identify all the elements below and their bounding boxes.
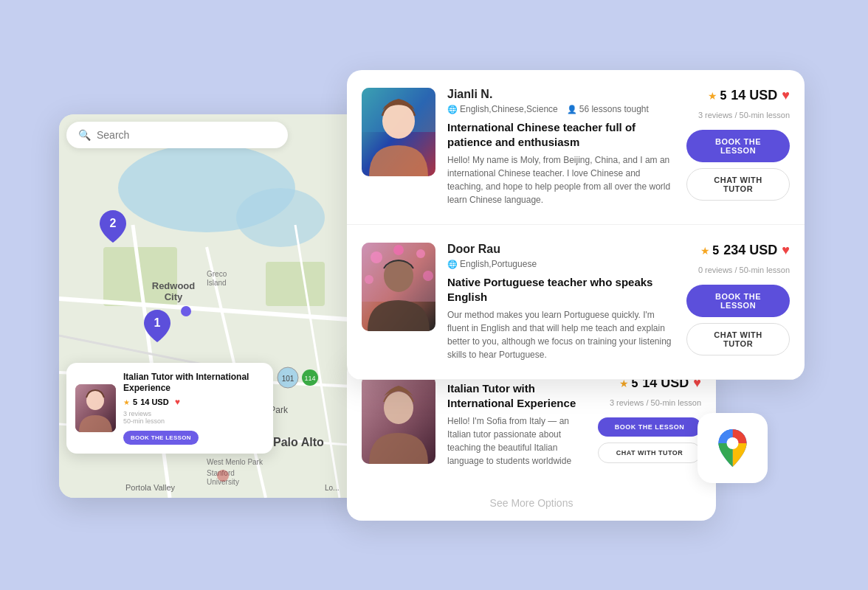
- map-pin-dot: [181, 306, 191, 316]
- svg-point-27: [217, 470, 229, 482]
- map-pin-2[interactable]: 2: [100, 210, 126, 243]
- tutor-name-2: Door Rau: [447, 243, 675, 256]
- maps-logo-box: [698, 413, 768, 483]
- search-icon: 🔍: [78, 129, 91, 141]
- tutor-actions-1: ★ 5 14 USD ♥ 3 reviews / 50-min lesson B…: [686, 88, 790, 201]
- star-icon-1: ★: [708, 90, 717, 102]
- book-button-2[interactable]: BOOK THE LESSON: [686, 285, 790, 317]
- rating-num-1: 5: [720, 89, 726, 103]
- tutor-actions-3: ★ 5 14 USD ♥ 3 reviews / 50-min lesson B…: [598, 375, 701, 463]
- svg-point-37: [371, 251, 382, 263]
- rating-num-2: 5: [712, 244, 719, 257]
- tutor-entry-2: Door Rau English,Portuguese Native Portu…: [347, 225, 805, 380]
- tutor-subjects-2: English,Portuguese: [447, 259, 537, 269]
- price-value: 14 USD: [140, 398, 169, 406]
- search-input[interactable]: [97, 129, 276, 141]
- svg-text:Palo Alto: Palo Alto: [273, 436, 324, 448]
- star-icon: ★: [123, 398, 130, 406]
- tutor-info-2: Door Rau English,Portuguese Native Portu…: [447, 243, 675, 361]
- tutor-name-1: Jianli N.: [447, 88, 675, 101]
- globe-icon-1: [447, 104, 458, 114]
- tutor-actions-2: ★ 5 234 USD ♥ 0 reviews / 50-min lesson …: [686, 243, 790, 355]
- tutor-avatar-3: [362, 375, 435, 464]
- tutor-desc-3: Hello! I'm Sofia from Italy — an Italian…: [447, 414, 586, 468]
- bottom-tutor-card: Italian Tutor with International Experie…: [347, 358, 716, 521]
- star-icon-2: ★: [700, 245, 710, 257]
- svg-text:City: City: [165, 291, 183, 302]
- tutor-tagline-1: International Chinese teacher full of pa…: [447, 120, 675, 149]
- svg-point-2: [236, 188, 325, 247]
- person-icon-1: [567, 104, 577, 114]
- svg-point-45: [727, 437, 739, 449]
- svg-point-38: [416, 249, 425, 258]
- rating-price-1: ★ 5 14 USD ♥: [708, 88, 790, 103]
- svg-point-39: [393, 245, 404, 255]
- tutor-info-1: Jianli N. English,Chinese,Science 56 les…: [447, 88, 675, 206]
- tutor-avatar-2: [362, 243, 435, 331]
- heart-icon: ♥: [175, 397, 180, 407]
- search-bar[interactable]: 🔍: [66, 122, 288, 148]
- tutor-desc-1: Hello! My name is Moly, from Beijing, Ch…: [447, 153, 675, 206]
- heart-button-1[interactable]: ♥: [782, 88, 790, 103]
- main-tutor-card: Jianli N. English,Chinese,Science 56 les…: [347, 70, 805, 380]
- svg-text:West Menlo Park: West Menlo Park: [207, 458, 264, 466]
- svg-point-41: [423, 271, 433, 281]
- tutor-lessons-1: 56 lessons tought: [567, 104, 649, 114]
- price-1: 14 USD: [731, 88, 777, 103]
- reviews-info-2: 0 reviews / 50-min lesson: [698, 266, 790, 274]
- reviews-info-1: 3 reviews / 50-min lesson: [698, 111, 790, 119]
- svg-text:2: 2: [110, 217, 117, 229]
- map-card-name: Italian Tutor with International Experie…: [123, 372, 264, 395]
- tutor-entry-1: Jianli N. English,Chinese,Science 56 les…: [347, 70, 805, 225]
- maps-logo: [712, 428, 753, 468]
- rating-price-2: ★ 5 234 USD ♥: [700, 243, 790, 258]
- map-card-rating: ★ 5 14 USD ♥: [123, 397, 264, 407]
- svg-point-44: [384, 392, 413, 424]
- tutor-tagline-2: Native Portuguese teacher who speaks Eng…: [447, 275, 675, 304]
- svg-text:Redwood: Redwood: [152, 280, 196, 291]
- svg-text:Island: Island: [207, 279, 227, 287]
- tutor-meta-2: English,Portuguese: [447, 259, 675, 269]
- chat-button-1[interactable]: CHAT WITH TUTOR: [686, 168, 790, 201]
- map-card-info: Italian Tutor with International Experie…: [123, 372, 264, 445]
- map-card: Italian Tutor with International Experie…: [66, 363, 273, 454]
- tutor-subjects-1: English,Chinese,Science: [447, 104, 558, 114]
- heart-button-2[interactable]: ♥: [782, 243, 790, 258]
- map-card-reviews: 3 reviews: [123, 410, 264, 417]
- svg-text:101: 101: [282, 375, 294, 383]
- svg-text:Greco: Greco: [207, 270, 227, 278]
- svg-text:Portola Valley: Portola Valley: [125, 483, 176, 492]
- map-card-duration: 50-min lesson: [123, 417, 264, 425]
- price-2: 234 USD: [723, 243, 777, 258]
- reviews-info-3: 3 reviews / 50-min lesson: [610, 398, 701, 407]
- map-card-book-button[interactable]: BOOK THE LESSON: [123, 431, 199, 445]
- svg-text:1: 1: [154, 316, 161, 329]
- map-pin-1[interactable]: 1: [144, 310, 170, 342]
- tutor-tagline-3: Italian Tutor with International Experie…: [447, 381, 586, 410]
- chat-button-3[interactable]: CHAT WITH TUTOR: [598, 442, 701, 463]
- star-rating-1: ★ 5: [708, 89, 726, 103]
- svg-point-40: [365, 275, 373, 284]
- rating-value: 5: [133, 398, 137, 406]
- book-button-1[interactable]: BOOK THE LESSON: [686, 130, 790, 162]
- tutor-desc-2: Our method makes you learn Portuguese qu…: [447, 308, 675, 361]
- see-more-button[interactable]: See More Options: [347, 485, 716, 521]
- svg-rect-4: [266, 262, 325, 306]
- tutor-avatar-1: [362, 88, 435, 176]
- svg-text:Lo...: Lo...: [325, 484, 339, 492]
- globe-icon-2: [447, 259, 458, 269]
- svg-point-31: [86, 391, 104, 410]
- book-button-3[interactable]: BOOK THE LESSON: [598, 417, 701, 437]
- star-rating-2: ★ 5: [700, 244, 719, 257]
- tutor-meta-1: English,Chinese,Science 56 lessons tough…: [447, 104, 675, 114]
- svg-point-42: [384, 260, 413, 292]
- chat-button-2[interactable]: CHAT WITH TUTOR: [686, 323, 790, 355]
- map-card-avatar: [75, 384, 116, 432]
- svg-text:114: 114: [304, 375, 315, 382]
- tutor-info-3: Italian Tutor with International Experie…: [447, 375, 586, 468]
